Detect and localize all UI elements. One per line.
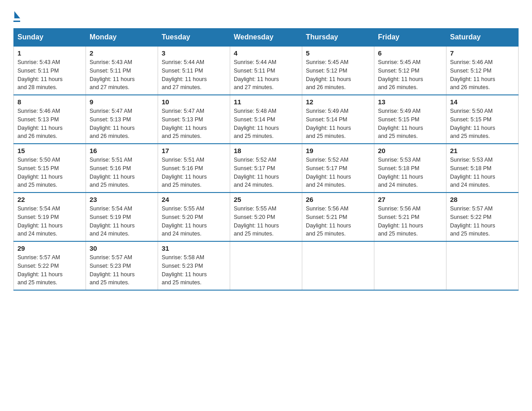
day-header-thursday: Thursday: [302, 29, 374, 47]
calendar-cell: 17Sunrise: 5:51 AMSunset: 5:16 PMDayligh…: [158, 144, 230, 193]
day-info: Sunrise: 5:49 AMSunset: 5:14 PMDaylight:…: [306, 107, 370, 141]
day-number: 20: [378, 147, 442, 154]
header-row: SundayMondayTuesdayWednesdayThursdayFrid…: [14, 29, 519, 47]
day-number: 5: [306, 49, 370, 57]
logo: [13, 9, 20, 22]
day-info: Sunrise: 5:55 AMSunset: 5:20 PMDaylight:…: [162, 205, 226, 238]
logo-blue-part: [13, 11, 20, 22]
day-info: Sunrise: 5:52 AMSunset: 5:17 PMDaylight:…: [234, 156, 298, 189]
day-number: 13: [378, 98, 442, 106]
day-info: Sunrise: 5:45 AMSunset: 5:12 PMDaylight:…: [306, 58, 370, 92]
day-info: Sunrise: 5:52 AMSunset: 5:17 PMDaylight:…: [306, 156, 370, 189]
day-number: 2: [90, 49, 154, 57]
day-info: Sunrise: 5:56 AMSunset: 5:21 PMDaylight:…: [378, 205, 442, 238]
day-number: 29: [17, 244, 82, 252]
day-number: 11: [234, 98, 298, 106]
day-info: Sunrise: 5:57 AMSunset: 5:23 PMDaylight:…: [90, 253, 154, 287]
page-header: [13, 9, 519, 22]
day-number: 10: [162, 98, 226, 106]
calendar-cell: 29Sunrise: 5:57 AMSunset: 5:22 PMDayligh…: [14, 241, 86, 290]
calendar-cell: 3Sunrise: 5:44 AMSunset: 5:11 PMDaylight…: [158, 46, 230, 95]
day-number: 24: [162, 196, 226, 203]
day-number: 26: [306, 196, 370, 203]
calendar-week-3: 15Sunrise: 5:50 AMSunset: 5:15 PMDayligh…: [14, 144, 519, 193]
day-info: Sunrise: 5:47 AMSunset: 5:13 PMDaylight:…: [162, 107, 226, 141]
day-info: Sunrise: 5:53 AMSunset: 5:18 PMDaylight:…: [450, 156, 515, 189]
calendar-cell: 1Sunrise: 5:43 AMSunset: 5:11 PMDaylight…: [14, 46, 86, 95]
day-info: Sunrise: 5:54 AMSunset: 5:19 PMDaylight:…: [90, 205, 154, 238]
calendar-cell: 12Sunrise: 5:49 AMSunset: 5:14 PMDayligh…: [302, 95, 374, 144]
calendar-cell: 16Sunrise: 5:51 AMSunset: 5:16 PMDayligh…: [86, 144, 158, 193]
calendar-cell: 21Sunrise: 5:53 AMSunset: 5:18 PMDayligh…: [446, 144, 519, 193]
day-info: Sunrise: 5:48 AMSunset: 5:14 PMDaylight:…: [234, 107, 298, 141]
day-info: Sunrise: 5:44 AMSunset: 5:11 PMDaylight:…: [162, 58, 226, 92]
calendar-cell: 27Sunrise: 5:56 AMSunset: 5:21 PMDayligh…: [374, 193, 446, 241]
day-number: 12: [306, 98, 370, 106]
calendar-cell: 15Sunrise: 5:50 AMSunset: 5:15 PMDayligh…: [14, 144, 86, 193]
day-info: Sunrise: 5:57 AMSunset: 5:22 PMDaylight:…: [17, 253, 82, 287]
calendar-cell: 5Sunrise: 5:45 AMSunset: 5:12 PMDaylight…: [302, 46, 374, 95]
calendar-week-1: 1Sunrise: 5:43 AMSunset: 5:11 PMDaylight…: [14, 46, 519, 95]
day-number: 23: [90, 196, 154, 203]
day-header-monday: Monday: [86, 29, 158, 47]
day-info: Sunrise: 5:44 AMSunset: 5:11 PMDaylight:…: [234, 58, 298, 92]
day-number: 27: [378, 196, 442, 203]
calendar-cell: [446, 241, 519, 290]
calendar-cell: [230, 241, 302, 290]
day-number: 17: [162, 147, 226, 154]
day-number: 25: [234, 196, 298, 203]
day-info: Sunrise: 5:43 AMSunset: 5:11 PMDaylight:…: [90, 58, 154, 92]
day-header-friday: Friday: [374, 29, 446, 47]
day-number: 6: [378, 49, 442, 57]
calendar-week-2: 8Sunrise: 5:46 AMSunset: 5:13 PMDaylight…: [14, 95, 519, 144]
calendar-cell: 25Sunrise: 5:55 AMSunset: 5:20 PMDayligh…: [230, 193, 302, 241]
day-number: 31: [162, 244, 226, 252]
calendar-cell: 10Sunrise: 5:47 AMSunset: 5:13 PMDayligh…: [158, 95, 230, 144]
calendar-cell: 7Sunrise: 5:46 AMSunset: 5:12 PMDaylight…: [446, 46, 519, 95]
day-number: 16: [90, 147, 154, 154]
day-header-wednesday: Wednesday: [230, 29, 302, 47]
day-info: Sunrise: 5:56 AMSunset: 5:21 PMDaylight:…: [306, 205, 370, 238]
day-number: 4: [234, 49, 298, 57]
calendar-cell: [374, 241, 446, 290]
day-number: 1: [17, 49, 82, 57]
calendar-cell: 11Sunrise: 5:48 AMSunset: 5:14 PMDayligh…: [230, 95, 302, 144]
calendar-cell: 2Sunrise: 5:43 AMSunset: 5:11 PMDaylight…: [86, 46, 158, 95]
day-info: Sunrise: 5:47 AMSunset: 5:13 PMDaylight:…: [90, 107, 154, 141]
day-info: Sunrise: 5:46 AMSunset: 5:13 PMDaylight:…: [17, 107, 82, 141]
day-info: Sunrise: 5:55 AMSunset: 5:20 PMDaylight:…: [234, 205, 298, 238]
day-info: Sunrise: 5:50 AMSunset: 5:15 PMDaylight:…: [17, 156, 82, 189]
day-number: 7: [450, 49, 515, 57]
day-info: Sunrise: 5:43 AMSunset: 5:11 PMDaylight:…: [17, 58, 82, 92]
day-number: 28: [450, 196, 515, 203]
day-number: 18: [234, 147, 298, 154]
day-number: 21: [450, 147, 515, 154]
calendar-cell: 26Sunrise: 5:56 AMSunset: 5:21 PMDayligh…: [302, 193, 374, 241]
day-info: Sunrise: 5:58 AMSunset: 5:23 PMDaylight:…: [162, 253, 226, 287]
calendar-cell: 14Sunrise: 5:50 AMSunset: 5:15 PMDayligh…: [446, 95, 519, 144]
calendar-table: SundayMondayTuesdayWednesdayThursdayFrid…: [13, 28, 519, 291]
day-info: Sunrise: 5:45 AMSunset: 5:12 PMDaylight:…: [378, 58, 442, 92]
day-info: Sunrise: 5:51 AMSunset: 5:16 PMDaylight:…: [162, 156, 226, 189]
calendar-cell: 9Sunrise: 5:47 AMSunset: 5:13 PMDaylight…: [86, 95, 158, 144]
day-info: Sunrise: 5:50 AMSunset: 5:15 PMDaylight:…: [450, 107, 515, 141]
day-header-sunday: Sunday: [14, 29, 86, 47]
day-info: Sunrise: 5:51 AMSunset: 5:16 PMDaylight:…: [90, 156, 154, 189]
calendar-week-4: 22Sunrise: 5:54 AMSunset: 5:19 PMDayligh…: [14, 193, 519, 241]
logo-underline: [13, 21, 20, 22]
calendar-cell: 19Sunrise: 5:52 AMSunset: 5:17 PMDayligh…: [302, 144, 374, 193]
day-number: 22: [17, 196, 82, 203]
day-header-saturday: Saturday: [446, 29, 519, 47]
calendar-cell: 30Sunrise: 5:57 AMSunset: 5:23 PMDayligh…: [86, 241, 158, 290]
calendar-cell: [302, 241, 374, 290]
calendar-cell: 23Sunrise: 5:54 AMSunset: 5:19 PMDayligh…: [86, 193, 158, 241]
calendar-cell: 20Sunrise: 5:53 AMSunset: 5:18 PMDayligh…: [374, 144, 446, 193]
day-number: 14: [450, 98, 515, 106]
calendar-cell: 31Sunrise: 5:58 AMSunset: 5:23 PMDayligh…: [158, 241, 230, 290]
day-info: Sunrise: 5:46 AMSunset: 5:12 PMDaylight:…: [450, 58, 515, 92]
logo-arrow-icon: [14, 11, 20, 18]
day-header-tuesday: Tuesday: [158, 29, 230, 47]
calendar-week-5: 29Sunrise: 5:57 AMSunset: 5:22 PMDayligh…: [14, 241, 519, 290]
calendar-cell: 22Sunrise: 5:54 AMSunset: 5:19 PMDayligh…: [14, 193, 86, 241]
day-number: 8: [17, 98, 82, 106]
